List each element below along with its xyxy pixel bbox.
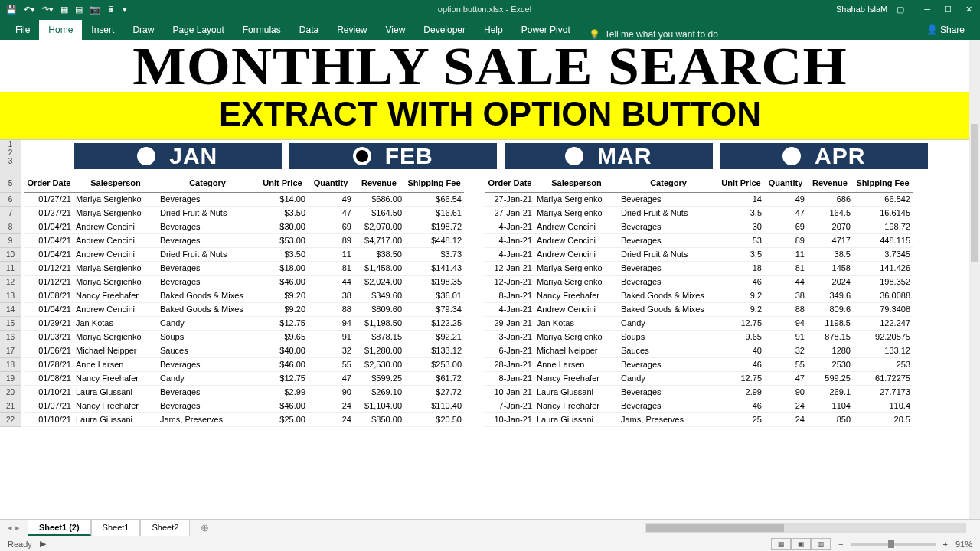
maximize-icon[interactable]: ☐ (944, 5, 952, 15)
cell[interactable]: 01/04/21 (24, 233, 74, 247)
row-header[interactable]: 13 (0, 289, 21, 303)
tab-home[interactable]: Home (39, 20, 82, 40)
cell[interactable]: 44 (308, 275, 354, 289)
cell[interactable]: 4-Jan-21 (485, 220, 534, 233)
cell[interactable]: Soups (158, 330, 257, 344)
cell[interactable]: Mariya Sergienko (534, 275, 619, 289)
cell[interactable]: $1,458.00 (354, 261, 404, 275)
cell[interactable]: 55 (764, 357, 807, 371)
column-header[interactable]: Category (619, 174, 718, 192)
vertical-scrollbar[interactable] (969, 40, 980, 519)
cell[interactable]: 850 (807, 412, 853, 426)
cell[interactable]: 24 (308, 399, 354, 412)
row-header[interactable]: 18 (0, 358, 21, 372)
cell[interactable]: Andrew Cencini (534, 247, 619, 261)
month-option-jan[interactable]: JAN (74, 143, 282, 169)
cell[interactable]: Beverages (158, 261, 257, 275)
column-header[interactable]: Quantity (308, 174, 354, 192)
cell[interactable]: 2530 (807, 357, 853, 371)
row-header[interactable]: 7 (0, 207, 21, 220)
cell[interactable]: $27.72 (404, 385, 464, 399)
cell[interactable]: 448.115 (853, 233, 913, 247)
cell[interactable]: 27-Jan-21 (485, 206, 534, 220)
cell[interactable]: Dried Fruit & Nuts (158, 206, 257, 220)
cell[interactable]: Mariya Sergienko (74, 261, 158, 275)
cell[interactable]: 8-Jan-21 (485, 289, 534, 302)
cell[interactable]: 27-Jan-21 (485, 192, 534, 206)
cell[interactable]: 253 (853, 357, 913, 371)
cell[interactable]: 878.15 (807, 330, 853, 344)
cell[interactable]: 141.426 (853, 261, 913, 275)
cell[interactable]: 55 (308, 357, 354, 371)
cell[interactable]: 20.5 (853, 412, 913, 426)
cell[interactable]: 36.0088 (853, 289, 913, 302)
cell[interactable]: 24 (764, 399, 807, 412)
cell[interactable]: 12.75 (718, 316, 764, 330)
cell[interactable]: Nancy Freehafer (74, 289, 158, 302)
cell[interactable]: Laura Giussani (74, 412, 158, 426)
cell[interactable]: Nancy Freehafer (534, 289, 619, 302)
cell[interactable]: 32 (308, 344, 354, 357)
cell[interactable]: $18.00 (257, 261, 308, 275)
cell[interactable]: Soups (619, 330, 718, 344)
cell[interactable]: 1104 (807, 399, 853, 412)
more-icon[interactable]: ▾ (122, 5, 127, 15)
cell[interactable]: Michael Neipper (534, 344, 619, 357)
view-layout-icon[interactable]: ▣ (791, 538, 811, 550)
sheet-prev-icon[interactable]: ◂ (8, 523, 12, 533)
cell[interactable]: 89 (764, 233, 807, 247)
redo-icon[interactable]: ↷▾ (42, 5, 54, 15)
cell[interactable]: 92.20575 (853, 330, 913, 344)
tab-file[interactable]: File (6, 20, 39, 40)
column-header[interactable]: Salesperson (74, 174, 158, 192)
cell[interactable]: 01/08/21 (24, 289, 74, 302)
cell[interactable]: $164.50 (354, 206, 404, 220)
cell[interactable]: Sauces (619, 344, 718, 357)
cell[interactable]: $14.00 (257, 192, 308, 206)
calc-icon[interactable]: 🖩 (107, 5, 116, 14)
cell[interactable]: 4-Jan-21 (485, 302, 534, 316)
cell[interactable]: 3.5 (718, 247, 764, 261)
cell[interactable]: Nancy Freehafer (534, 371, 619, 385)
column-header[interactable]: Salesperson (534, 174, 619, 192)
undo-icon[interactable]: ↶▾ (24, 5, 35, 15)
cell[interactable]: 18 (718, 261, 764, 275)
cell[interactable]: 01/12/21 (24, 275, 74, 289)
close-icon[interactable]: ✕ (965, 5, 972, 15)
cell[interactable]: Nancy Freehafer (534, 399, 619, 412)
row-header[interactable]: 5 (0, 174, 21, 193)
cell[interactable]: 16.6145 (853, 206, 913, 220)
cell[interactable]: $809.60 (354, 302, 404, 316)
cell[interactable]: Sauces (158, 344, 257, 357)
row-header[interactable]: 17 (0, 344, 21, 358)
row-header[interactable]: 123 (0, 140, 21, 174)
cell[interactable]: $46.00 (257, 275, 308, 289)
cell[interactable]: $122.25 (404, 316, 464, 330)
cell[interactable]: 47 (308, 371, 354, 385)
share-button[interactable]: 👤 Share (922, 20, 969, 40)
cell[interactable]: 12-Jan-21 (485, 261, 534, 275)
cell[interactable]: 38 (764, 289, 807, 302)
cell[interactable]: 27.7173 (853, 385, 913, 399)
cell[interactable]: 01/08/21 (24, 371, 74, 385)
cell[interactable]: Andrew Cencini (74, 247, 158, 261)
cell[interactable]: 2.99 (718, 385, 764, 399)
scrollbar-thumb[interactable] (971, 124, 978, 262)
zoom-level[interactable]: 91% (956, 540, 972, 549)
cell[interactable]: 46 (718, 399, 764, 412)
cell[interactable]: 164.5 (807, 206, 853, 220)
cell[interactable]: 01/04/21 (24, 220, 74, 233)
cell[interactable]: 1198.5 (807, 316, 853, 330)
cell[interactable]: $4,717.00 (354, 233, 404, 247)
cell[interactable]: $36.01 (404, 289, 464, 302)
cell[interactable]: $2,530.00 (354, 357, 404, 371)
cell[interactable]: Andrew Cencini (74, 302, 158, 316)
column-header[interactable]: Revenue (807, 174, 853, 192)
cell[interactable]: 2024 (807, 275, 853, 289)
cell[interactable]: $66.54 (404, 192, 464, 206)
cell[interactable]: $9.65 (257, 330, 308, 344)
cell[interactable]: $9.20 (257, 302, 308, 316)
cell[interactable]: Beverages (619, 233, 718, 247)
cell[interactable]: Anne Larsen (74, 357, 158, 371)
cell[interactable]: 01/03/21 (24, 330, 74, 344)
